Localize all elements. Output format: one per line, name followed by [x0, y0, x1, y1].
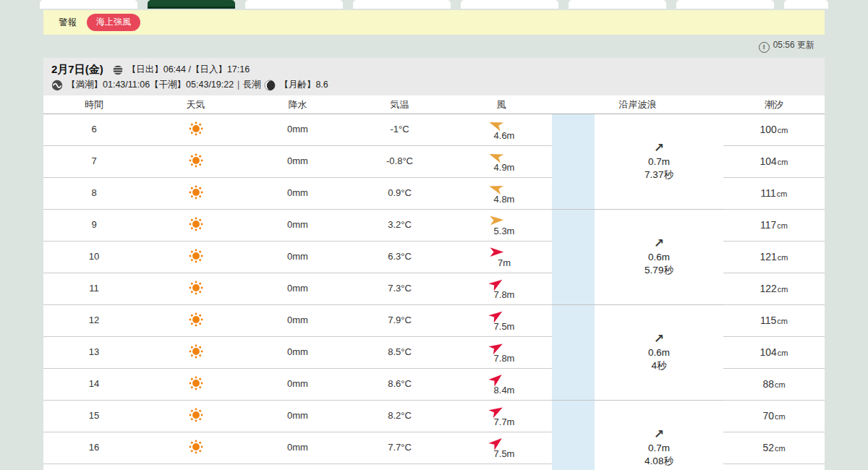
wave-band-segment: [552, 305, 595, 401]
time-cell: 11: [43, 273, 145, 304]
wave-group: ↗ 0.6m 4秒: [595, 305, 723, 401]
wave-band: [552, 114, 595, 470]
hourly-row: 15 0mm 8.2°C 7.7m: [43, 401, 552, 432]
col-header-tide: 潮汐: [723, 95, 825, 114]
temp-cell: 0.9°C: [349, 178, 451, 209]
tide-value: 104: [760, 346, 776, 358]
moon-age: 【月齢】8.6: [279, 79, 328, 91]
sunny-icon: [188, 343, 204, 362]
info-icon: !: [759, 42, 770, 53]
precip-cell: 0mm: [247, 210, 349, 241]
tide-value: 122: [760, 283, 776, 294]
wind-cell: 7.5m: [451, 432, 552, 463]
wind-speed: 7.8m: [494, 289, 515, 300]
temp-cell: 6.3°C: [349, 242, 451, 273]
time-cell: 9: [43, 210, 145, 241]
col-header-precip: 降水: [247, 95, 349, 114]
sunny-icon: [188, 312, 204, 330]
time-cell: 10: [43, 242, 145, 273]
precip-cell: 0mm: [247, 178, 349, 209]
tide-unit: cm: [777, 317, 788, 325]
wind-speed: 7.5m: [494, 448, 515, 459]
tab-7[interactable]: [784, 0, 828, 9]
temp-cell: 8.5°C: [349, 337, 451, 368]
wave-band-segment: [552, 210, 595, 305]
moon-phase-icon: [264, 80, 276, 91]
weather-cell: [145, 273, 247, 304]
hourly-row: 13 0mm 8.5°C 7.8m: [43, 337, 552, 369]
tide-value: 121: [760, 251, 776, 262]
tide-times: 【満潮】01:43/11:06【干潮】05:43/19:22｜長潮: [67, 79, 260, 91]
forecast-card: 2月7日(金) 【日出】06:44 /【日入】17:16 【満潮】: [43, 58, 825, 470]
tide-cell: 115cm: [723, 305, 825, 337]
wind-speed: 7m: [498, 257, 511, 268]
warning-label: 警報: [59, 17, 77, 29]
hourly-row: 12 0mm 7.9°C 7.5m: [43, 305, 552, 337]
wave-height: 0.7m: [648, 155, 670, 168]
date-header-line1: 2月7日(金) 【日出】06:44 /【日入】17:16: [51, 62, 825, 77]
wave-group: ↗ 0.7m 4.08秒: [595, 401, 723, 470]
time-cell: 7: [43, 146, 145, 177]
tab-1-active[interactable]: [148, 0, 235, 9]
tide-unit: cm: [775, 412, 786, 421]
wave-direction-icon: ↗: [654, 333, 664, 345]
tide-cell: 88cm: [723, 369, 825, 401]
tide-cell: 52cm: [723, 432, 825, 464]
wave-height: 0.6m: [648, 346, 670, 359]
wave-period: 4秒: [651, 359, 666, 372]
temp-cell: 8.2°C: [349, 401, 451, 432]
tide-cell: 104cm: [723, 337, 825, 369]
warning-badge-sea-gale[interactable]: 海上強風: [87, 14, 140, 31]
weather-cell: [145, 114, 247, 145]
tide-value: 100: [760, 124, 776, 135]
weather-cell: [145, 369, 247, 400]
weather-cell: [145, 146, 247, 177]
update-info: !05:56 更新: [43, 39, 825, 55]
weather-cell: [145, 432, 247, 463]
col-header-weather: 天気: [145, 95, 247, 114]
wind-cell: 4.9m: [451, 146, 552, 177]
tab-6[interactable]: [676, 0, 774, 9]
wind-speed: 4.9m: [494, 162, 515, 173]
hourly-row: 14 0mm 8.6°C 8.4m: [43, 369, 552, 401]
wind-speed: 7.5m: [494, 321, 515, 332]
sunny-icon: [188, 439, 204, 457]
tab-5[interactable]: [569, 0, 666, 9]
time-cell: 15: [43, 401, 145, 432]
time-cell: 8: [43, 178, 145, 209]
tab-4[interactable]: [461, 0, 558, 9]
tide-unit: cm: [778, 349, 788, 357]
tide-unit: cm: [778, 158, 788, 166]
precip-cell: 0mm: [247, 305, 349, 336]
temp-cell: 7.9°C: [349, 305, 451, 336]
wave-period: 4.08秒: [644, 455, 673, 468]
precip-cell: 0mm: [247, 146, 349, 177]
wind-arrow-icon: [488, 213, 506, 226]
col-header-wind: 風: [451, 95, 552, 114]
wave-height: 0.6m: [648, 251, 670, 264]
wave-direction-icon: ↗: [654, 428, 664, 440]
precip-cell: 0mm: [247, 273, 349, 304]
tide-cell: 100cm: [723, 114, 825, 146]
tide-cell: 111cm: [723, 178, 825, 210]
hourly-row: 7 0mm -0.8°C 4.9m: [43, 146, 552, 178]
temp-cell: 8.6°C: [349, 369, 451, 400]
tide-cell: 122cm: [723, 273, 825, 305]
sunrise-sunset-times: 【日出】06:44 /【日入】17:16: [127, 64, 250, 76]
weather-cell: [145, 401, 247, 432]
weather-cell: [145, 210, 247, 241]
time-cell: 16: [43, 432, 145, 463]
tab-3[interactable]: [353, 0, 451, 9]
time-cell: 12: [43, 305, 145, 336]
tide-cell: 104cm: [723, 146, 825, 178]
tide-unit: cm: [778, 253, 788, 262]
temp-cell: 7.7°C: [349, 432, 451, 463]
tab-0[interactable]: [40, 0, 137, 9]
tide-unit: cm: [778, 285, 788, 294]
tide-unit: cm: [777, 189, 788, 198]
tab-2[interactable]: [245, 0, 343, 9]
weather-cell: [145, 178, 247, 209]
sunny-icon: [188, 121, 204, 139]
precip-cell: 0mm: [247, 337, 349, 368]
tide-value: 115: [760, 315, 776, 326]
